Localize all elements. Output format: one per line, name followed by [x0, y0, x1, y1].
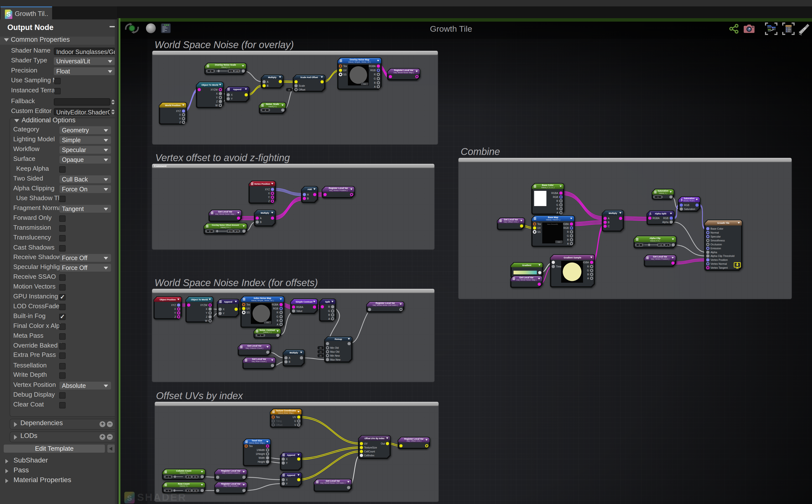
svg-text:R: R [587, 265, 589, 268]
svg-text:XYZ: XYZ [176, 110, 181, 112]
svg-text:Var( World Noise Map ): Var( World Noise Map ) [215, 213, 236, 215]
svg-text:Var( Vertex Position ): Var( Vertex Position ) [329, 189, 348, 192]
svg-text:XYZ: XYZ [265, 188, 270, 191]
svg-text:Texture Coordinates: Texture Coordinates [276, 409, 296, 412]
svg-text:Get Local Var: Get Local Var [653, 255, 667, 258]
svg-text:SS: SS [343, 73, 347, 76]
svg-text:B: B [307, 197, 309, 200]
svg-text:Value: Value [296, 310, 302, 312]
svg-text:Combine: Combine [461, 146, 500, 157]
svg-text:Alpha Clip: Alpha Clip [650, 237, 661, 239]
svg-text:stats: stats [266, 322, 269, 323]
svg-text:Base Map: Base Map [548, 216, 558, 219]
svg-text:Gradient: Gradient [522, 264, 531, 266]
svg-text:Z: Z [174, 316, 176, 318]
svg-text:UV: UV [364, 442, 368, 445]
svg-text:X: X [231, 94, 233, 96]
svg-text:Tex: Tex [537, 223, 541, 225]
svg-text:Index Noise Map: Index Noise Map [254, 297, 271, 299]
svg-text:(0): (0) [320, 347, 322, 349]
svg-text:Register Local Var: Register Local Var [394, 69, 413, 71]
svg-text:Tex: Tex [246, 303, 250, 306]
svg-text:Emission: Emission [711, 247, 721, 250]
svg-text:Z: Z [268, 200, 270, 203]
svg-text:Value( 4 ): Value( 4 ) [180, 485, 188, 487]
svg-text:A: A [374, 85, 376, 88]
svg-text:Var( World Noise Map ): Var( World Noise Map ) [393, 71, 414, 74]
svg-text:G: G [374, 77, 376, 80]
svg-text:stats: stats [363, 83, 366, 85]
svg-text:C: C [608, 225, 610, 228]
svg-text:CellIndex: CellIndex [364, 454, 374, 457]
svg-text:Noise_Scale: Noise_Scale [266, 103, 279, 105]
svg-text:0.1: 0.1 [229, 230, 231, 232]
svg-text:B: B [556, 208, 558, 210]
svg-text:B: B [374, 82, 376, 84]
svg-text:G: G [328, 310, 330, 312]
svg-text:A: A [567, 242, 569, 245]
svg-text:R: R [567, 231, 569, 233]
svg-text:RGB: RGB [563, 227, 569, 229]
svg-text:Alpha Clip Threshold: Alpha Clip Threshold [711, 254, 734, 257]
svg-text:Alpha: Alpha [711, 251, 717, 254]
svg-text:R: R [277, 311, 278, 314]
svg-text:0: 0 [210, 70, 211, 72]
svg-text:A: A [556, 211, 558, 214]
svg-text:Y: Y [179, 117, 181, 120]
svg-text:G: G [567, 235, 569, 237]
svg-text:R: R [556, 200, 558, 202]
svg-text:8: 8 [188, 476, 189, 478]
svg-text:Value( Simple_Noise_02 ): Value( Simple_Noise_02 ) [348, 61, 371, 63]
svg-text:Alpha: Alpha [662, 221, 669, 224]
svg-text:Z: Z [206, 316, 207, 318]
svg-text:Alpha Split: Alpha Split [655, 212, 666, 215]
svg-text:Append: Append [224, 301, 232, 303]
svg-text:G: G [556, 204, 558, 206]
svg-text:Max Old: Max Old [330, 350, 339, 353]
svg-text:XYZW: XYZW [200, 304, 207, 307]
svg-text:Y: Y [231, 98, 233, 100]
svg-text:SS: SS [537, 231, 541, 233]
svg-text:0: 0 [209, 230, 210, 232]
svg-text:UV: UV [343, 69, 347, 72]
svg-text:Var( Row Count ): Var( Row Count ) [252, 360, 267, 363]
svg-text:Append: Append [287, 454, 295, 456]
svg-text:Register Local Var: Register Local Var [329, 187, 348, 189]
svg-text:RGBA: RGBA [653, 217, 660, 220]
svg-text:Multiply: Multiply [261, 212, 269, 214]
svg-text:XYZW: XYZW [211, 88, 218, 91]
svg-text:G: G [587, 269, 589, 272]
svg-text:Tex: Tex [343, 65, 347, 68]
svg-text:A: A [307, 193, 309, 196]
svg-text:Value( 0.1 ): Value( 0.1 ) [220, 226, 230, 228]
svg-text:Get Local Var: Get Local Var [504, 218, 518, 221]
svg-text:Overlay Noise Scale: Overlay Noise Scale [215, 64, 236, 66]
svg-text:RGB: RGB [553, 196, 558, 198]
svg-text:CellCount: CellCount [364, 450, 375, 453]
svg-text:Vertex Tangent: Vertex Tangent [711, 266, 728, 269]
svg-text:X: X [216, 92, 218, 95]
svg-text:Occlusion: Occlusion [711, 243, 722, 246]
svg-text:Add: Add [307, 188, 312, 191]
svg-text:Object To World: Object To World [201, 84, 218, 86]
svg-text:Height: Height [258, 461, 265, 463]
svg-text:Multiply: Multiply [290, 351, 298, 354]
svg-text:Value( 1 ): Value( 1 ) [263, 331, 272, 333]
svg-text:32: 32 [194, 490, 196, 492]
svg-text:A: A [277, 323, 278, 326]
svg-text:World Space Noise Index (for o: World Space Noise Index (for offsets) [155, 277, 318, 288]
svg-text:Vertex Position: Vertex Position [254, 183, 270, 185]
svg-text:W: W [205, 320, 208, 322]
svg-text:Width: Width [258, 457, 265, 459]
svg-text:Specular: Specular [711, 235, 721, 238]
svg-text:Y: Y [174, 312, 176, 314]
svg-text:Y: Y [268, 196, 270, 199]
svg-text:X: X [286, 478, 288, 481]
svg-text:Z: Z [216, 100, 218, 103]
svg-text:A: A [267, 81, 269, 83]
svg-text:Get Local Var: Get Local Var [519, 276, 534, 279]
svg-text:Tiling: Tiling [276, 420, 282, 422]
svg-text:Offset: Offset [299, 88, 305, 91]
svg-text:V: V [294, 424, 296, 426]
svg-text:Object To World: Object To World [191, 298, 208, 301]
